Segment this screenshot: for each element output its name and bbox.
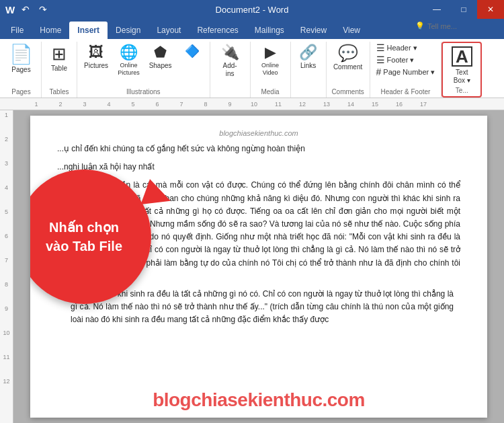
ribbon-group-header-footer: ☰ Header ▾ ☰ Footer ▾ # Page Number ▾ He… (370, 42, 442, 98)
tell-me-bar[interactable]: 💡 (410, 19, 500, 33)
ribbon-group-links: 🔗 Links (291, 42, 327, 98)
header-footer-group-label: Header & Footer (374, 88, 437, 98)
ribbon-group-addins: 🔌 Add-ins (210, 42, 251, 98)
textbox-icon: A (452, 46, 472, 67)
close-btn[interactable]: ✕ (477, 0, 504, 19)
footer-label: Footer ▾ (387, 56, 415, 65)
tab-design[interactable]: Design (108, 22, 149, 39)
header-label: Header ▾ (387, 44, 417, 52)
pictures-btn[interactable]: 🖼 Pictures (81, 43, 111, 72)
footer-icon: ☰ (376, 54, 385, 65)
online-pictures-label: OnlinePictures (118, 62, 140, 77)
lightbulb-icon: 💡 (415, 22, 425, 30)
table-icon: ⊞ (52, 45, 67, 63)
comment-label: Comment (333, 63, 362, 71)
video-icon: ▶ (265, 45, 276, 60)
ribbon-group-media: ▶ OnlineVideo Media (251, 42, 291, 98)
header-icon: ☰ (376, 42, 385, 53)
ruler-marks: 1 2 3 4 5 6 7 8 9 10 11 12 13 14 15 16 1… (24, 101, 435, 108)
ribbon-group-comments: 💬 Comment Comments (327, 42, 370, 98)
page-number-label: Page Number ▾ (383, 68, 435, 77)
shapes-label: Shapes (149, 62, 172, 70)
textbox-btn[interactable]: A TextBox ▾ (448, 44, 475, 87)
pictures-icon: 🖼 (89, 45, 103, 60)
pages-icon: 📄 (9, 45, 33, 64)
smartart-btn[interactable]: 🔷 (179, 43, 206, 61)
tables-group-label: Tables (50, 88, 69, 98)
links-btn[interactable]: 🔗 Links (295, 43, 322, 72)
tab-review[interactable]: Review (292, 22, 335, 39)
ribbon-group-tables: ⊞ Table Tables (42, 42, 77, 98)
tab-references[interactable]: References (189, 22, 246, 39)
doc-para-2: ...nghị luận xã hội hay nhất (57, 161, 460, 174)
tab-file[interactable]: File (3, 22, 32, 39)
page-number-btn[interactable]: # Page Number ▾ (374, 66, 437, 78)
tab-insert[interactable]: Insert (69, 22, 108, 39)
links-icon: 🔗 (299, 45, 317, 60)
pages-btn[interactable]: 📄 Pages (7, 43, 36, 76)
illustrations-group-label: Illustrations (126, 88, 161, 98)
comments-group-label: Comments (331, 88, 364, 98)
shapes-icon: ⬟ (154, 45, 167, 60)
word-icon: W (5, 4, 15, 15)
comment-btn[interactable]: 💬 Comment (331, 43, 365, 73)
document-page: Nhấn chọn vào Tab File blogchiasekienthu… (30, 116, 487, 418)
addins-label: Add-ins (223, 62, 237, 78)
redo-btn[interactable]: ↷ (36, 3, 50, 16)
links-label: Links (300, 62, 316, 70)
watermark: blogchiasekienthuc.com (30, 389, 487, 411)
header-btn[interactable]: ☰ Header ▾ (374, 42, 437, 54)
ribbon: 📄 Pages Pages ⊞ Table Tables 🖼 Pictures … (0, 39, 504, 98)
addins-btn[interactable]: 🔌 Add-ins (216, 43, 243, 80)
media-group-label: Media (261, 88, 279, 98)
table-btn[interactable]: ⊞ Table (46, 43, 73, 75)
online-video-btn[interactable]: ▶ OnlineVideo (257, 43, 284, 79)
title-bar-left: W ↶ ↷ (5, 3, 50, 16)
document-title: Document2 - Word (216, 5, 289, 15)
window-controls: — □ ✕ (423, 0, 504, 19)
horizontal-ruler: 1 2 3 4 5 6 7 8 9 10 11 12 13 14 15 16 1… (0, 98, 504, 110)
main-area: 1 2 3 4 5 6 7 8 9 10 11 12 Nhấn chọn vào… (0, 110, 504, 423)
tell-me-input[interactable] (427, 22, 495, 30)
tab-view[interactable]: View (335, 22, 368, 39)
ribbon-tabs: File Home Insert Design Layout Reference… (0, 19, 504, 39)
ribbon-group-illustrations: 🖼 Pictures 🌐 OnlinePictures ⬟ Shapes 🔷 I… (77, 42, 210, 98)
document-area: Nhấn chọn vào Tab File blogchiasekienthu… (13, 110, 504, 423)
pictures-label: Pictures (84, 62, 108, 70)
maximize-btn[interactable]: □ (450, 0, 477, 19)
tab-home[interactable]: Home (32, 22, 69, 39)
tab-layout[interactable]: Layout (149, 22, 189, 39)
video-label: OnlineVideo (261, 62, 279, 77)
textbox-label: TextBox ▾ (454, 69, 470, 85)
doc-para-4: "Mỗi con vật khi sinh ra đều là tất cả n… (71, 288, 454, 327)
smartart-icon: 🔷 (185, 45, 200, 57)
addins-icon: 🔌 (221, 45, 239, 60)
pages-group-label: Pages (11, 88, 30, 98)
footer-btn[interactable]: ☰ Footer ▾ (374, 54, 437, 66)
undo-btn[interactable]: ↶ (19, 3, 32, 16)
online-pictures-btn[interactable]: 🌐 OnlinePictures (115, 43, 142, 79)
doc-para-1: ...ụ chỉ đến khi chúng ta cố gắng hết sứ… (57, 143, 460, 155)
title-bar: W ↶ ↷ Document2 - Word — □ ✕ (0, 0, 504, 19)
shapes-btn[interactable]: ⬟ Shapes (146, 43, 175, 72)
textbox-group-label: Te... (456, 87, 468, 96)
page-number-icon: # (376, 67, 382, 77)
annotation-text: Nhấn chọn vào Tab File (46, 218, 122, 256)
ribbon-group-textbox: A TextBox ▾ Te... (442, 42, 482, 98)
comment-icon: 💬 (338, 45, 358, 61)
tab-mailings[interactable]: Mailings (247, 22, 292, 39)
pages-label: Pages (11, 66, 30, 74)
online-pictures-icon: 🌐 (120, 45, 138, 60)
table-label: Table (51, 65, 67, 73)
doc-website: blogchiasekienthuc.com (57, 129, 460, 137)
vertical-ruler: 1 2 3 4 5 6 7 8 9 10 11 12 (0, 110, 13, 423)
minimize-btn[interactable]: — (423, 0, 450, 19)
ribbon-group-pages: 📄 Pages Pages (1, 42, 42, 98)
